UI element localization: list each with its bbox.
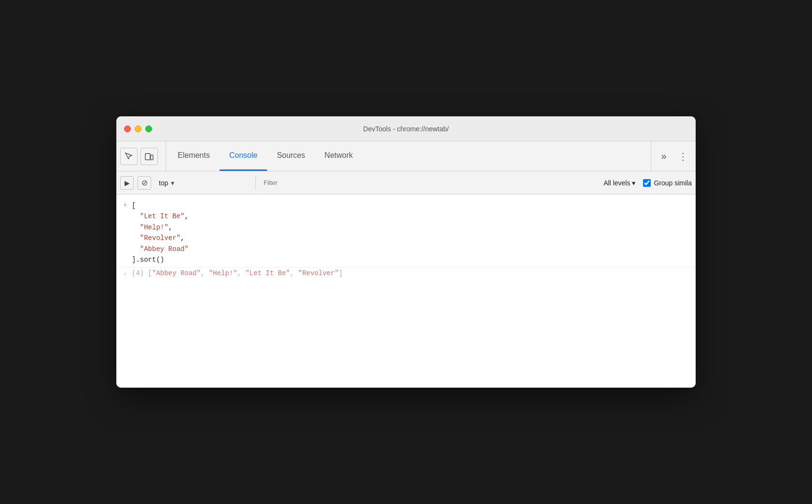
- clear-icon: ⊘: [141, 178, 148, 187]
- group-similar-checkbox[interactable]: [643, 179, 651, 187]
- tabs-list: Elements Console Sources Network: [168, 141, 649, 171]
- title-bar: DevTools - chrome://newtab/: [116, 116, 696, 141]
- log-levels-label: All levels: [603, 179, 630, 187]
- devtools-menu-button[interactable]: ⋮: [674, 148, 692, 165]
- tabs-bar: Elements Console Sources Network » ⋮: [116, 141, 696, 171]
- filter-input[interactable]: [260, 177, 596, 188]
- window-title: DevTools - chrome://newtab/: [363, 125, 448, 133]
- console-toolbar: ▶ ⊘ top ▾ All levels ▾ Group simila: [116, 171, 696, 195]
- svg-rect-1: [151, 155, 153, 160]
- minimize-button[interactable]: [135, 126, 141, 132]
- group-similar-area: Group simila: [643, 179, 692, 187]
- device-toggle-icon[interactable]: [140, 148, 158, 165]
- log-levels-arrow: ▾: [632, 179, 635, 187]
- console-input-entry: › [ "Let It Be", "Help!", "Revolver", "A…: [116, 198, 696, 267]
- context-value: top: [159, 179, 168, 187]
- tab-sources[interactable]: Sources: [267, 141, 315, 171]
- console-output: › [ "Let It Be", "Help!", "Revolver", "A…: [116, 195, 696, 388]
- context-selector[interactable]: top ▾: [155, 177, 252, 189]
- group-similar-label: Group simila: [654, 179, 692, 187]
- result-code: (4) ["Abbey Road", "Help!", "Let It Be",…: [130, 268, 696, 278]
- maximize-button[interactable]: [145, 126, 152, 132]
- svg-rect-0: [145, 154, 150, 160]
- tab-console[interactable]: Console: [220, 141, 267, 171]
- tab-network[interactable]: Network: [315, 141, 363, 171]
- tab-elements[interactable]: Elements: [168, 141, 220, 171]
- more-tabs-button[interactable]: »: [655, 148, 672, 165]
- console-result-entry: ‹ (4) ["Abbey Road", "Help!", "Let It Be…: [116, 267, 696, 279]
- run-scripts-button[interactable]: ▶: [120, 176, 134, 190]
- inspect-icon[interactable]: [120, 148, 138, 165]
- run-icon: ▶: [125, 179, 130, 187]
- log-levels-button[interactable]: All levels ▾: [600, 177, 639, 189]
- tab-icons: [120, 141, 166, 171]
- tabs-right: » ⋮: [651, 141, 692, 171]
- devtools-window: DevTools - chrome://newtab/ Elements Con…: [116, 116, 696, 388]
- clear-console-button[interactable]: ⊘: [138, 176, 151, 190]
- toolbar-divider: [255, 176, 256, 190]
- result-arrow: ‹: [116, 268, 130, 278]
- close-button[interactable]: [124, 126, 131, 132]
- expand-arrow[interactable]: ›: [116, 199, 130, 209]
- traffic-lights: [124, 126, 152, 132]
- input-code: [ "Let It Be", "Help!", "Revolver", "Abb…: [130, 199, 696, 266]
- context-arrow: ▾: [171, 179, 174, 187]
